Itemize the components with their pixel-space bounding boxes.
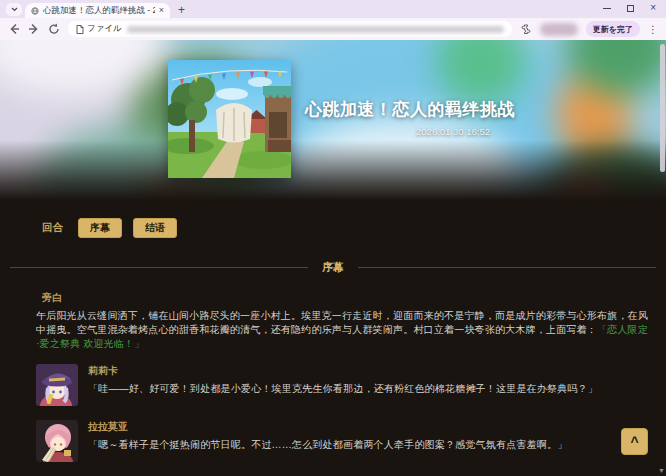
window-close-icon[interactable]: × xyxy=(650,3,656,13)
dialogue-text: 「哇——好、好可爱！到处都是小爱心！埃里克先生你看那边，还有粉红色的棉花糖摊子！… xyxy=(88,382,650,396)
lalamoa-avatar-icon xyxy=(36,420,78,462)
speaker-name: 拉拉莫亚 xyxy=(88,420,650,434)
tab-title: 心跳加速！恋人的羁绊挑战 - 2… xyxy=(43,5,155,17)
tab-close-icon[interactable]: × xyxy=(159,6,164,15)
blurred-url xyxy=(127,26,504,33)
divider-line xyxy=(10,267,308,268)
file-chip-label: ファイル xyxy=(87,23,122,35)
scenario-title: 心跳加速！恋人的羁绊挑战 xyxy=(305,98,490,121)
file-icon xyxy=(76,25,84,34)
dialogue-entry: 拉拉莫亚「嗯～看样子是个挺热闹的节日呢。不过……怎么到处都画着两个人牵手的图案？… xyxy=(36,420,650,462)
scrollbar-down-arrow-icon[interactable]: ▼ xyxy=(658,467,665,474)
section-heading: 序幕 xyxy=(10,260,656,275)
tab-search-chevron-icon[interactable] xyxy=(6,3,22,16)
browser-tab[interactable]: 心跳加速！恋人的羁绊挑战 - 2… × xyxy=(25,3,170,18)
new-tab-icon[interactable]: + xyxy=(178,4,185,16)
section-nav: 回合 序幕结语 xyxy=(42,218,666,238)
scenario-cover-image xyxy=(168,60,291,178)
divider-line xyxy=(358,267,656,268)
window-minimize-icon[interactable] xyxy=(603,8,611,9)
speaker-name: 莉莉卡 xyxy=(88,364,650,378)
rounds-label: 回合 xyxy=(42,221,63,235)
dialogue-text: 午后阳光从云缝间洒下，铺在山间小路尽头的一座小村上。埃里克一行走近时，迎面而来的… xyxy=(36,309,650,350)
section-heading-label: 序幕 xyxy=(322,260,344,275)
scrollbar-thumb[interactable] xyxy=(660,44,665,172)
lilika-avatar-icon xyxy=(36,364,78,406)
file-scheme-chip[interactable]: ファイル xyxy=(76,23,122,35)
browser-menu-icon[interactable]: ⋮ xyxy=(648,24,658,35)
browser-tab-strip: 心跳加速！恋人的羁绊挑战 - 2… × + × xyxy=(0,0,666,18)
profile-avatar[interactable] xyxy=(540,23,578,36)
scroll-to-top-button[interactable]: ^ xyxy=(621,428,648,455)
back-icon[interactable] xyxy=(8,23,20,35)
dialogue-entry: 旁白午后阳光从云缝间洒下，铺在山间小路尽头的一座小村上。埃里克一行走近时，迎面而… xyxy=(36,291,650,350)
chrome-update-button[interactable]: 更新を完了 xyxy=(586,21,640,37)
hero-bottom-fade xyxy=(0,140,666,200)
section-button-序幕[interactable]: 序幕 xyxy=(78,218,122,238)
section-button-结语[interactable]: 结语 xyxy=(133,218,177,238)
browser-toolbar: ファイル 更新を完了 ⋮ xyxy=(0,18,666,40)
extensions-icon[interactable] xyxy=(520,23,532,35)
log-content: 回合 序幕结语 序幕 旁白午后阳光从云缝间洒下，铺在山间小路尽头的一座小村上。埃… xyxy=(0,200,666,476)
forward-icon[interactable] xyxy=(28,23,40,35)
speaker-name: 旁白 xyxy=(42,291,650,305)
nav-buttons: 序幕结语 xyxy=(78,218,177,238)
dialogue-list: 旁白午后阳光从云缝间洒下，铺在山间小路尽头的一座小村上。埃里克一行走近时，迎面而… xyxy=(0,291,666,476)
dialogue-text: 「嗯～看样子是个挺热闹的节日呢。不过……怎么到处都画着两个人牵手的图案？感觉气氛… xyxy=(88,438,650,452)
tab-favicon-globe-icon xyxy=(31,7,39,15)
hero-banner: 心跳加速！恋人的羁绊挑战 2026.01.30 16:52 xyxy=(0,40,666,200)
dialogue-entry: 莉莉卡「哇——好、好可爱！到处都是小爱心！埃里克先生你看那边，还有粉红色的棉花糖… xyxy=(36,364,650,406)
window-maximize-icon[interactable] xyxy=(627,5,634,12)
reload-icon[interactable] xyxy=(48,23,60,35)
address-bar[interactable]: ファイル xyxy=(68,21,512,37)
scenario-datetime: 2026.01.30 16:52 xyxy=(305,126,490,137)
